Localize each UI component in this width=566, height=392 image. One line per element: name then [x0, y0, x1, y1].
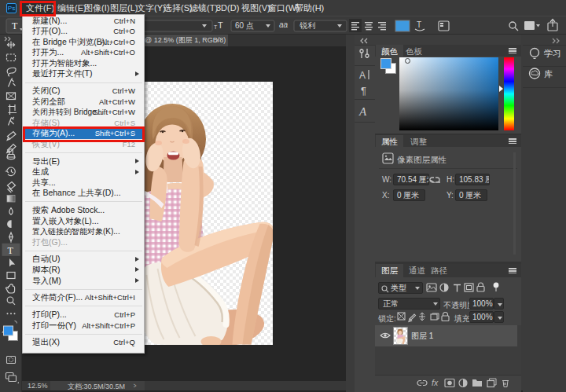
svg-text:fx: fx [432, 378, 439, 387]
svg-text:T: T [8, 245, 14, 256]
svg-text:锐利: 锐利 [300, 21, 315, 30]
svg-text:60 点: 60 点 [235, 21, 254, 30]
svg-text:aa: aa [279, 20, 289, 29]
svg-text:A: A [358, 105, 367, 118]
svg-text:T: T [417, 20, 421, 29]
svg-text:学习: 学习 [544, 49, 561, 58]
svg-text:A: A [359, 70, 366, 81]
svg-text:T: T [12, 20, 18, 31]
svg-text:¶: ¶ [361, 85, 366, 97]
svg-text:T: T [214, 24, 218, 30]
svg-text:库: 库 [544, 69, 553, 79]
svg-text:T: T [218, 20, 223, 30]
